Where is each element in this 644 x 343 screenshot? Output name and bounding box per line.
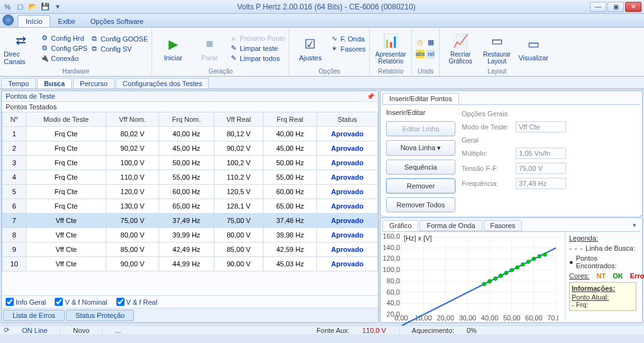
svg-point-45	[532, 257, 536, 261]
fasores-button[interactable]: ✶Fasores	[330, 44, 365, 54]
limpar-teste-button[interactable]: ✎Limpar teste	[229, 43, 285, 53]
file-orb-icon[interactable]	[3, 14, 14, 26]
table-row[interactable]: 6Frq Cte130,0 V65,00 Hz128,1 V65,00 HzAp…	[3, 199, 378, 214]
broom-all-icon: ✎	[229, 54, 238, 63]
next-icon: »	[229, 34, 238, 43]
parar-button[interactable]: ■Parar	[192, 30, 226, 67]
left-panel-title: Pontos de Teste	[6, 92, 55, 100]
tab-percurso[interactable]: Percurso	[73, 78, 114, 89]
tab-tempo[interactable]: Tempo	[1, 78, 36, 89]
visualizar-button[interactable]: ▭Visualizar	[516, 30, 550, 67]
svg-text:[Hz] x [V]: [Hz] x [V]	[404, 234, 432, 242]
svg-text:60,00: 60,00	[525, 314, 543, 322]
table-row[interactable]: 2Frq Cte90,02 V45,00 Hz90,02 V45,00 HzAp…	[3, 141, 378, 156]
menubar: Início Exibir Opções Software	[0, 14, 644, 28]
maximize-button[interactable]: ▣	[608, 2, 624, 12]
gear-icon: ⚙	[40, 34, 49, 43]
tab-lista-erros[interactable]: Lista de Erros	[3, 310, 65, 321]
recriar-graficos-button[interactable]: 📈Recriar Gráficos	[443, 30, 477, 67]
svg-text:50,00: 50,00	[503, 314, 521, 322]
table-row[interactable]: 9Vff Cte85,00 V42,49 Hz85,00 V42,59 HzAp…	[3, 242, 378, 257]
menu-opcoes[interactable]: Opções Software	[83, 16, 151, 27]
qat-open-icon[interactable]: 📂	[28, 2, 38, 12]
tab-busca[interactable]: Busca	[37, 78, 72, 89]
editar-linha-button[interactable]: Editar Linha	[386, 121, 455, 136]
opcoes-gerais-label: Opções Gerais	[462, 110, 636, 117]
close-button[interactable]: ✕	[625, 2, 641, 12]
tensao-input[interactable]	[516, 163, 566, 174]
qat-save-icon[interactable]: 💾	[40, 2, 50, 12]
tab-fasores[interactable]: Fasores	[484, 220, 523, 231]
remover-todos-button[interactable]: Remover Todos	[386, 197, 455, 212]
config-sv-button[interactable]: ⧉Config SV	[90, 44, 148, 54]
modo-teste-select[interactable]: Vff Cte	[516, 121, 566, 133]
sequencia-button[interactable]: Sequência	[386, 160, 455, 175]
chk-vf-real[interactable]: V & f Real	[116, 298, 158, 306]
menu-inicio[interactable]: Início	[18, 15, 50, 27]
config-gps-button[interactable]: ⚙Config GPS	[40, 43, 87, 53]
qat-dropdown-icon[interactable]: ▾	[53, 2, 63, 12]
minimize-button[interactable]: —	[590, 2, 606, 12]
tab-grafico[interactable]: Gráfico	[382, 220, 418, 231]
tab-config[interactable]: Configurações dos Testes	[116, 78, 209, 89]
chart-legend: Legenda: - - -Linha de Busca: ●Pontos En…	[565, 232, 640, 320]
qat-hz-icon[interactable]: %	[3, 2, 13, 12]
nova-linha-button[interactable]: Nova Linha ▾	[386, 140, 455, 156]
phasor-icon: ✶	[330, 45, 338, 53]
tab-forma-onda[interactable]: Forma de Onda	[419, 220, 482, 231]
chart-menu-icon[interactable]: ▾	[629, 220, 640, 231]
frequencia-input[interactable]	[516, 178, 566, 189]
titlebar: % ▢ 📂 💾 ▾ Volts P Hertz 2.00.016 (64 Bit…	[0, 0, 644, 14]
col-frqr[interactable]: Frq Real	[263, 112, 317, 127]
svg-text:20,00: 20,00	[437, 314, 455, 322]
svg-text:60,0: 60,0	[387, 288, 400, 296]
svg-text:160,0: 160,0	[382, 232, 400, 240]
table-row[interactable]: 1Frq Cte80,02 V40,00 Hz80,12 V40,00 HzAp…	[3, 127, 378, 141]
unid-abs-button[interactable]: absrel	[416, 49, 435, 59]
direc-canais-button[interactable]: ⇄ Direc Canais	[4, 30, 38, 67]
table-row[interactable]: 4Frq Cte110,0 V55,00 Hz110,2 V55,00 HzAp…	[3, 170, 378, 185]
status-novo: Novo	[73, 327, 89, 334]
restaurar-layout-button[interactable]: ▭Restaurar Layout	[480, 30, 514, 67]
menu-exibir[interactable]: Exibir	[50, 16, 83, 27]
chk-vf-nominal[interactable]: V & f Nominal	[55, 298, 107, 306]
chk-info-geral[interactable]: Info Geral	[6, 298, 46, 306]
ajustes-button[interactable]: ☑Ajustes	[293, 30, 327, 67]
col-status[interactable]: Status	[317, 112, 378, 127]
edit-section-label: Inserir/Editar	[386, 109, 455, 116]
apresentar-relatorio-button[interactable]: 📊Apresentar Relatório	[374, 30, 408, 67]
col-vffr[interactable]: Vff Real	[214, 112, 263, 127]
table-row[interactable]: 3Frq Cte100,0 V50,00 Hz100,2 V50,00 HzAp…	[3, 156, 378, 170]
config-goose-button[interactable]: ⧉Config GOOSE	[90, 34, 148, 44]
chart-area[interactable]: 20,040,060,080,0100,0120,0140,0160,00,00…	[382, 232, 558, 320]
table-row[interactable]: 7Vff Cte75,00 V37,49 Hz75,00 V37,48 HzAp…	[3, 214, 378, 228]
limpar-todos-button[interactable]: ✎Limpar todos	[229, 53, 285, 63]
tab-inserir-editar[interactable]: Inserir/Editar Pontos	[382, 93, 459, 104]
col-vffn[interactable]: Vff Nom.	[106, 112, 158, 127]
col-frqn[interactable]: Frq Nom.	[158, 112, 214, 127]
unid-clock-button[interactable]: ◷▦	[416, 38, 435, 48]
dash-line-icon: - - -	[569, 244, 583, 252]
multiplo-input[interactable]	[516, 148, 566, 159]
window-title: Volts P Hertz 2.00.016 (64 Bits) - CE-60…	[63, 3, 590, 11]
table-row[interactable]: 5Frq Cte120,0 V60,00 Hz120,5 V60,00 HzAp…	[3, 185, 378, 199]
col-n[interactable]: Nº	[3, 112, 26, 127]
table-row[interactable]: 10Vff Cte90,00 V44,99 Hz90,00 V45,03 HzA…	[3, 257, 378, 271]
remover-button[interactable]: Remover	[386, 178, 455, 193]
group-opcoes-label: Opções	[293, 67, 365, 75]
table-row[interactable]: 8Vff Cte80,00 V39,99 Hz80,00 V39,98 HzAp…	[3, 228, 378, 242]
group-hardware-label: Hardware	[4, 67, 148, 75]
group-relatorio-label: Relatório	[374, 67, 408, 75]
f-onda-button[interactable]: ∿F. Onda	[330, 34, 365, 44]
tab-status-protecao[interactable]: Status Proteção	[66, 310, 134, 321]
left-panel-subtitle: Pontos Testados	[2, 102, 378, 112]
proximo-ponto-button[interactable]: »Próximo Ponto	[229, 33, 285, 43]
pin-icon[interactable]: 📌	[367, 93, 374, 100]
config-hrd-button[interactable]: ⚙Config Hrd	[40, 33, 87, 43]
channels-icon: ⇄	[12, 31, 30, 49]
conexao-button[interactable]: 🔌Conexão	[40, 53, 87, 63]
qat-new-icon[interactable]: ▢	[15, 2, 25, 12]
iniciar-button[interactable]: ▶Iniciar	[156, 30, 190, 67]
geral-group-label: Geral	[462, 136, 636, 144]
col-modo[interactable]: Modo de Teste	[26, 112, 106, 127]
